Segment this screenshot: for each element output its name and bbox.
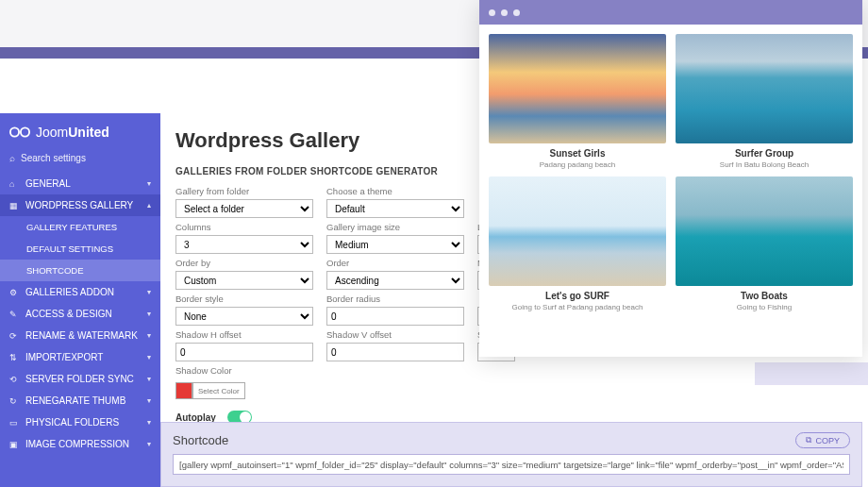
chevron-down-icon: ▾ <box>147 310 151 318</box>
chevron-down-icon: ▾ <box>147 331 151 340</box>
chevron-down-icon: ▾ <box>147 375 151 383</box>
chevron-down-icon: ▾ <box>147 179 151 188</box>
preview-window: Sunset Girls Padang padang beach Surfer … <box>479 0 862 357</box>
select-columns[interactable]: 3 <box>175 235 313 254</box>
chevron-down-icon: ▾ <box>147 440 151 448</box>
thumbnail-surfer <box>676 34 853 143</box>
label-border-style: Border style <box>175 294 313 304</box>
import-export-icon: ⇅ <box>9 353 19 362</box>
chevron-up-icon: ▴ <box>147 201 151 210</box>
sidebar-item-server-sync[interactable]: ⟲SERVER FOLDER SYNC▾ <box>0 368 160 390</box>
svg-point-1 <box>21 127 29 136</box>
gallery-item-title: Two Boats <box>676 291 853 301</box>
design-icon: ✎ <box>9 310 19 319</box>
label-autoplay: Autoplay <box>175 412 216 423</box>
gallery-item-subtitle: Surf In Batu Bolong Beach <box>676 160 853 169</box>
shadow-color-swatch[interactable] <box>175 382 192 399</box>
sidebar-sub-gallery-features[interactable]: GALLERY FEATURES <box>0 216 160 238</box>
sidebar-item-rename-watermark[interactable]: ⟳RENAME & WATERMARK▾ <box>0 325 160 346</box>
gallery-grid: Sunset Girls Padang padang beach Surfer … <box>489 34 853 311</box>
label-columns: Columns <box>175 222 313 232</box>
input-shadow-v[interactable] <box>326 343 464 361</box>
shortcode-panel: Shortcode ⧉COPY <box>160 422 862 487</box>
chevron-down-icon: ▾ <box>147 353 151 361</box>
gallery-item[interactable]: Two Boats Going to Fishing <box>676 176 853 311</box>
sidebar-item-physical-folders[interactable]: ▭PHYSICAL FOLDERS▾ <box>0 411 160 433</box>
search-settings[interactable]: ⌕ Search settings <box>0 149 160 173</box>
label-order: Order <box>326 258 464 268</box>
folder-icon: ▭ <box>9 418 19 428</box>
regen-icon: ↻ <box>9 396 19 406</box>
label-order-by: Order by <box>175 258 313 268</box>
sidebar-item-regen-thumb[interactable]: ↻RENEGARATE THUMB▾ <box>0 390 160 411</box>
label-gallery-folder: Gallery from folder <box>175 186 313 196</box>
gallery-item-subtitle: Going to Surf at Padang padang beach <box>489 303 666 311</box>
gallery-item-subtitle: Padang padang beach <box>489 160 666 169</box>
sidebar-sub-default-settings[interactable]: DEFAULT SETTINGS <box>0 238 160 260</box>
label-shadow-color: Shadow Color <box>175 365 313 376</box>
rename-icon: ⟳ <box>9 331 19 341</box>
addon-icon: ⚙ <box>9 288 19 297</box>
brand-logo: JoomUnited <box>0 113 160 149</box>
gallery-item-title: Surfer Group <box>676 148 853 159</box>
thumbnail-boats <box>676 176 853 286</box>
sidebar-item-general[interactable]: ⌂GENERAL▾ <box>0 173 160 194</box>
svg-point-0 <box>10 127 19 136</box>
brand-name-pre: Joom <box>36 125 68 140</box>
input-border-radius[interactable] <box>326 307 464 326</box>
sidebar: JoomUnited ⌕ Search settings ⌂GENERAL▾ ▦… <box>0 113 160 487</box>
sidebar-item-galleries-addon[interactable]: ⚙GALLERIES ADDON▾ <box>0 281 160 303</box>
gallery-item[interactable]: Sunset Girls Padang padang beach <box>489 34 666 169</box>
shortcode-title: Shortcode <box>173 433 228 447</box>
sidebar-item-import-export[interactable]: ⇅IMPORT/EXPORT▾ <box>0 346 160 368</box>
select-order-by[interactable]: Custom <box>175 271 313 290</box>
select-color-button[interactable]: Select Color <box>192 382 245 399</box>
gallery-item[interactable]: Let's go SURF Going to Surf at Padang pa… <box>489 176 666 311</box>
chevron-down-icon: ▾ <box>147 396 151 405</box>
decorative-strip <box>755 362 868 385</box>
chevron-down-icon: ▾ <box>147 288 151 296</box>
sync-icon: ⟲ <box>9 375 19 384</box>
window-traffic-lights <box>9 102 36 108</box>
sidebar-sub-shortcode[interactable]: SHORTCODE <box>0 260 160 281</box>
select-gallery-folder[interactable]: Select a folder <box>175 199 313 218</box>
label-shadow-v: Shadow V offset <box>326 329 464 340</box>
gallery-item-subtitle: Going to Fishing <box>676 303 853 311</box>
select-border-style[interactable]: None <box>175 307 313 326</box>
sidebar-item-wordpress-gallery[interactable]: ▦WORDPRESS GALLERY▴ <box>0 194 160 216</box>
input-shadow-h[interactable] <box>175 343 313 361</box>
brand-name-bold: United <box>68 125 109 140</box>
gallery-item[interactable]: Surfer Group Surf In Batu Bolong Beach <box>676 34 853 169</box>
gallery-item-title: Sunset Girls <box>489 148 666 159</box>
gallery-item-title: Let's go SURF <box>489 291 666 301</box>
select-image-size[interactable]: Medium <box>326 235 464 254</box>
thumbnail-sunset <box>489 34 666 143</box>
copy-button[interactable]: ⧉COPY <box>795 432 850 448</box>
search-icon: ⌕ <box>9 153 15 163</box>
label-image-size: Gallery image size <box>326 222 464 232</box>
compress-icon: ▣ <box>9 440 19 449</box>
select-order[interactable]: Ascending <box>326 271 464 290</box>
search-placeholder: Search settings <box>21 153 86 163</box>
home-icon: ⌂ <box>9 179 19 189</box>
preview-titlebar <box>479 0 862 25</box>
sidebar-item-image-compression[interactable]: ▣IMAGE COMPRESSION▾ <box>0 433 160 455</box>
shortcode-input[interactable] <box>173 454 850 475</box>
copy-icon: ⧉ <box>806 435 811 445</box>
chevron-down-icon: ▾ <box>147 418 151 427</box>
gallery-icon: ▦ <box>9 201 19 210</box>
thumbnail-group <box>489 176 666 286</box>
sidebar-item-access-design[interactable]: ✎ACCESS & DESIGN▾ <box>0 303 160 325</box>
label-shadow-h: Shadow H offset <box>175 329 313 340</box>
logo-icon <box>9 126 30 139</box>
label-theme: Choose a theme <box>326 186 464 196</box>
select-theme[interactable]: Default <box>326 199 464 218</box>
label-border-radius: Border radius <box>326 294 464 304</box>
